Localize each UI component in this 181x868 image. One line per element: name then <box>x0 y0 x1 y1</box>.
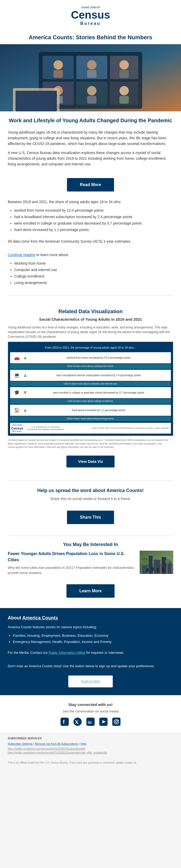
hero-image <box>0 44 181 112</box>
page-title: America Counts: Stories Behind the Numbe… <box>0 29 181 44</box>
svg-rect-37 <box>61 718 69 726</box>
featured-article-body: Why did some cities lose population in 2… <box>8 565 136 575</box>
viz-footer-note: All charts based on sample surveys are s… <box>8 438 173 449</box>
viz-footer-logos: United States Census Bureau U.S. Departm… <box>11 424 64 433</box>
social-icons: f 𝕏 in <box>8 718 173 729</box>
viz-click-bar-2[interactable]: Click to learn more about computer and i… <box>10 381 171 386</box>
viz-click-bar-3[interactable]: Click to learn more about college enroll… <box>10 399 171 404</box>
svg-point-17 <box>87 86 96 95</box>
viz-description: Young adulthood comes at a time of many … <box>8 325 173 339</box>
list-item: lived alone increased by 1.1 percentage … <box>14 227 173 233</box>
remove-url[interactable]: https://public.govdelivery.com/accounts/… <box>8 751 107 754</box>
article-para-1: Young adulthood (ages 18-34) is characte… <box>8 129 173 147</box>
view-data-btn-container: View Data Viz <box>8 452 173 474</box>
svg-rect-22 <box>16 91 57 112</box>
acs-note: All data come from the American Communit… <box>8 239 173 244</box>
svg-text:in: in <box>88 720 92 725</box>
about-topics-list: Families, Housing, Employment, Business,… <box>8 632 173 645</box>
help-link[interactable]: Help <box>81 742 86 745</box>
about-cta-text: Don't miss an America Counts story! Use … <box>8 663 173 669</box>
read-more-container: Read More <box>0 173 181 197</box>
read-more-button[interactable]: Read More <box>67 178 114 191</box>
about-title: About America Counts <box>8 615 173 621</box>
hero-svg <box>0 44 181 112</box>
svg-rect-45 <box>112 718 120 726</box>
about-description: America Counts features stories on vario… <box>8 625 173 630</box>
footer-links: Subscriber Settings | Remove me from All… <box>8 742 173 746</box>
featured-article-title: Fewer Younger Adults Drives Population L… <box>8 551 136 563</box>
viz-row-3: 🎓 ▼ were enrolled in college or graduate… <box>10 387 171 398</box>
svg-point-48 <box>117 720 118 721</box>
list-item: Families, Housing, Employment, Business,… <box>13 632 173 639</box>
remove-subscriptions-link[interactable]: Remove me from All Subscriptions <box>35 742 78 745</box>
stats-list: worked from home increased by 12.0 perce… <box>8 207 173 234</box>
linkedin-icon[interactable]: in <box>86 718 95 729</box>
facebook-icon[interactable]: f <box>61 718 69 729</box>
youtube-icon[interactable] <box>99 718 108 729</box>
list-item: had a broadband internet subscription in… <box>14 214 173 220</box>
svg-point-19 <box>119 86 129 95</box>
svg-rect-28 <box>154 560 160 574</box>
view-data-btn[interactable]: View Data Viz <box>66 456 115 468</box>
public-info-link[interactable]: Public Information Office <box>49 651 85 655</box>
about-title-text: About <box>8 615 22 620</box>
svg-rect-20 <box>119 96 129 104</box>
stats-section: Between 2019 and 2021, the share of youn… <box>0 197 181 290</box>
viz-click-bar-1[interactable]: Click to learn more about working from h… <box>10 364 171 369</box>
spread-word-section: Help us spread the word about America Co… <box>0 480 181 536</box>
svg-point-11 <box>87 60 96 69</box>
list-item: Working from home <box>14 260 173 267</box>
up-arrow-4: ▲ <box>22 407 28 413</box>
subscriber-services-label: SUBSCRIBER SERVICES <box>8 736 173 741</box>
related-viz-subtitle: Social Characteristics of Young Adults i… <box>8 316 173 322</box>
viz-row-1: 🚗 ▲ worked from home increased by 32.0 p… <box>10 352 171 363</box>
social-section: Stay connected with us! Join the convers… <box>0 695 181 733</box>
logo-bottom: Bureau <box>80 21 100 27</box>
viz-graphic: From 2019 to 2021, the percentage of you… <box>8 342 173 436</box>
settings-url[interactable]: https://public.govdelivery.com/accounts/… <box>8 747 85 750</box>
svg-point-13 <box>119 60 129 69</box>
continue-reading-link[interactable]: Continue reading <box>8 253 35 257</box>
footer-urls: https://public.govdelivery.com/accounts/… <box>8 747 173 754</box>
svg-rect-18 <box>87 96 96 104</box>
list-item: Computer and internet use <box>14 267 173 273</box>
share-this-button[interactable]: Share This <box>67 510 114 524</box>
featured-article: Fewer Younger Adults Drives Population L… <box>8 551 173 575</box>
svg-text:f: f <box>63 719 65 725</box>
social-title: Stay connected with us! <box>8 702 173 708</box>
svg-text:𝕏: 𝕏 <box>75 720 79 725</box>
related-viz-title: Related Data Visualization <box>8 308 173 315</box>
svg-point-31 <box>146 568 149 572</box>
about-title-link[interactable]: America Counts <box>22 615 58 620</box>
list-item: Living arrangements <box>14 280 173 286</box>
about-section: About America Counts America Counts feat… <box>0 608 181 695</box>
twitter-icon[interactable]: 𝕏 <box>73 718 82 729</box>
graduation-icon: 🎓 <box>12 388 22 397</box>
svg-point-35 <box>141 559 149 565</box>
down-arrow-3: ▼ <box>22 390 28 396</box>
subscriber-settings-link[interactable]: Subscriber Settings <box>8 742 32 745</box>
continue-reading-suffix: to learn more about: <box>35 253 69 257</box>
list-item: were enrolled in college or graduate sch… <box>14 220 173 227</box>
about-media-text: For the Media: Contact our <box>8 651 49 655</box>
header: United States® Census Bureau <box>0 0 181 29</box>
logo-main: Census <box>71 9 110 21</box>
car-icon: 🚗 <box>12 353 22 362</box>
instagram-icon[interactable] <box>112 718 120 729</box>
svg-rect-27 <box>149 556 153 574</box>
email-container: United States® Census Bureau America Cou… <box>0 0 181 767</box>
social-subtitle: Join the conversation on social media <box>8 709 173 714</box>
subscribe-btn-container: Subscribe <box>8 672 173 689</box>
viz-header-bar: From 2019 to 2021, the percentage of you… <box>10 344 171 351</box>
svg-rect-14 <box>119 70 129 78</box>
svg-rect-29 <box>161 557 166 574</box>
svg-point-36 <box>165 559 171 564</box>
svg-rect-12 <box>87 70 96 78</box>
interested-in-title: You May Be Interested In <box>8 541 173 548</box>
interested-in-section: You May Be Interested In Fewer Younger A… <box>0 536 181 608</box>
learn-more-button[interactable]: Learn More <box>66 584 115 598</box>
subscribe-button[interactable]: Subscribe <box>68 676 113 688</box>
viz-row-2: 💻 ▲ had a broadband internet subscriptio… <box>10 370 171 381</box>
viz-click-bar-4[interactable]: Click to learn more about living arrange… <box>10 416 171 422</box>
viz-text-2: had a broadband internet subscription in… <box>28 373 169 377</box>
